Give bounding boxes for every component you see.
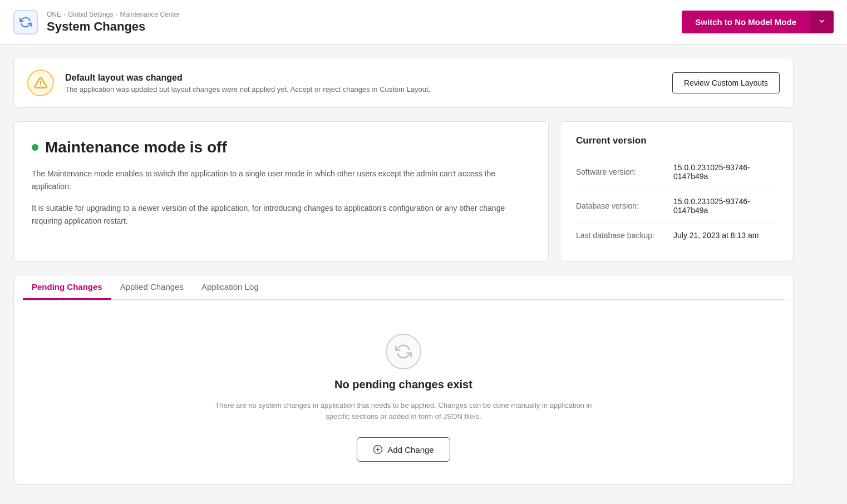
info-section: Maintenance mode is off The Maintenance … <box>13 121 794 261</box>
version-row-software: Software version: 15.0.0.231025-93746-01… <box>576 155 777 189</box>
version-label-backup: Last database backup: <box>576 231 673 240</box>
header-left: ONE › Global Settings › Maintenance Cent… <box>13 10 180 34</box>
maintenance-status-title: Maintenance mode is off <box>45 139 227 156</box>
switch-to-no-model-button[interactable]: Switch to No Model Mode <box>682 11 810 33</box>
warning-icon <box>34 76 47 90</box>
tab-pending-changes[interactable]: Pending Changes <box>23 275 111 300</box>
tabs-section: Pending Changes Applied Changes Applicat… <box>13 275 794 485</box>
maintenance-status-dot <box>32 144 38 151</box>
maintenance-desc-1: The Maintenance mode enables to switch t… <box>32 167 530 193</box>
maintenance-card: Maintenance mode is off The Maintenance … <box>13 121 549 261</box>
empty-state-icon-wrap <box>386 334 421 369</box>
page-header: ONE › Global Settings › Maintenance Cent… <box>0 0 847 45</box>
tab-applied-changes[interactable]: Applied Changes <box>111 275 193 300</box>
breadcrumb: ONE › Global Settings › Maintenance Cent… <box>47 11 180 18</box>
version-value-backup: July 21, 2023 at 8:13 am <box>673 231 759 240</box>
version-card: Current version Software version: 15.0.0… <box>560 121 794 261</box>
alert-icon-container <box>27 70 54 96</box>
review-custom-layouts-button[interactable]: Review Custom Layouts <box>672 72 780 93</box>
breadcrumb-sep1: › <box>63 11 66 18</box>
maintenance-title-row: Maintenance mode is off <box>32 139 530 156</box>
version-row-database: Database version: 15.0.0.231025-93746-01… <box>576 189 777 223</box>
main-content: Default layout was changed The applicati… <box>0 45 807 498</box>
version-card-title: Current version <box>576 135 777 146</box>
tab-application-log[interactable]: Application Log <box>193 275 268 300</box>
version-value-database: 15.0.0.231025-93746-0147b49a <box>673 197 777 215</box>
chevron-down-icon <box>818 17 826 25</box>
alert-title: Default layout was changed <box>65 73 661 83</box>
breadcrumb-one: ONE <box>47 11 61 18</box>
breadcrumb-sep2: › <box>115 11 117 18</box>
page-title: System Changes <box>47 19 180 34</box>
alert-banner: Default layout was changed The applicati… <box>13 58 794 108</box>
add-change-label: Add Change <box>387 445 434 454</box>
empty-state-title: No pending changes exist <box>334 378 472 391</box>
refresh-icon <box>19 16 32 28</box>
header-title-block: ONE › Global Settings › Maintenance Cent… <box>47 11 180 34</box>
breadcrumb-global-settings: Global Settings <box>68 11 113 18</box>
add-change-button[interactable]: Add Change <box>357 437 450 462</box>
header-right: Switch to No Model Mode <box>682 11 834 33</box>
version-label-software: Software version: <box>576 167 673 176</box>
tabs-bar: Pending Changes Applied Changes Applicat… <box>23 275 784 300</box>
tabs-header: Pending Changes Applied Changes Applicat… <box>13 275 794 300</box>
no-changes-icon <box>395 343 412 360</box>
version-value-software: 15.0.0.231025-93746-0147b49a <box>673 163 777 181</box>
switch-btn-dropdown[interactable] <box>810 11 834 33</box>
empty-state-desc: There are no system changes in applicati… <box>203 400 604 422</box>
alert-text-block: Default layout was changed The applicati… <box>65 73 661 93</box>
breadcrumb-maintenance: Maintenance Center <box>120 11 180 18</box>
alert-description: The application was updated but layout c… <box>65 85 661 93</box>
header-icon-container <box>13 10 38 34</box>
version-row-backup: Last database backup: July 21, 2023 at 8… <box>576 223 777 248</box>
maintenance-desc-2: It is suitable for upgrading to a newer … <box>32 202 530 228</box>
version-label-database: Database version: <box>576 201 673 210</box>
plus-circle-icon <box>373 444 383 454</box>
pending-changes-panel: No pending changes exist There are no sy… <box>13 300 794 485</box>
